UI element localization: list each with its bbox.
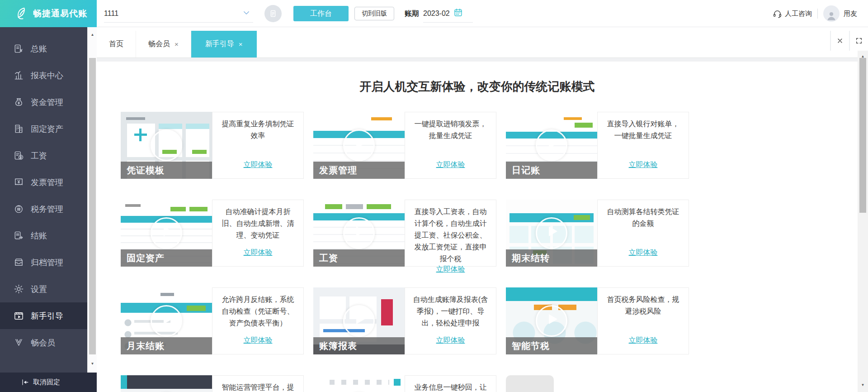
report-chart-icon	[14, 70, 24, 81]
sidebar-item[interactable]: 报表中心	[0, 62, 87, 89]
video-thumbnail[interactable]: 固定资产	[121, 200, 212, 267]
video-thumbnail[interactable]: 凭证模板	[121, 112, 212, 179]
experience-now-link[interactable]: 立即体验	[436, 265, 465, 274]
play-icon[interactable]	[536, 217, 567, 249]
video-thumbnail[interactable]: 月末结账	[121, 287, 212, 354]
play-icon[interactable]	[343, 217, 375, 249]
experience-now-link[interactable]: 立即体验	[244, 248, 273, 258]
user-name: 用友	[844, 10, 857, 18]
clipboard-badge-icon[interactable]	[264, 5, 282, 22]
play-icon[interactable]	[343, 129, 375, 161]
close-all-tabs-button[interactable]	[830, 31, 849, 51]
guide-card[interactable]	[506, 375, 689, 392]
tab-actions	[830, 31, 868, 51]
play-icon[interactable]	[536, 129, 567, 161]
card-description: 允许跨月反结账，系统自动检查（凭证断号、资产负债表平衡）	[219, 294, 297, 329]
invoice-icon	[14, 177, 24, 187]
play-icon[interactable]	[151, 129, 182, 161]
video-title: 账簿报表	[313, 337, 405, 354]
sidebar-item[interactable]: 税务管理	[0, 196, 87, 222]
video-thumbnail[interactable]: 日记账	[506, 112, 597, 179]
guide-card[interactable]: 工资 直接导入工资表，自动计算个税，自动生成计提工资、社保公积金、发放工资凭证，…	[313, 200, 496, 267]
video-thumbnail[interactable]: 期末结转	[506, 200, 597, 267]
video-thumbnail[interactable]	[313, 375, 405, 392]
video-title: 日记账	[506, 162, 597, 179]
video-thumbnail[interactable]: 发票管理	[313, 112, 405, 179]
sidebar-item[interactable]: 总账	[0, 35, 87, 62]
video-thumbnail[interactable]: 工资	[313, 200, 405, 267]
leaf-logo-icon	[14, 6, 29, 21]
ledger-icon	[14, 43, 24, 54]
guide-card[interactable]: 固定资产 自动准确计提本月折旧、自动生成新增、清理、变动凭证 立即体验	[121, 200, 304, 267]
guide-card[interactable]: 凭证模板 提高重复业务填制凭证效率 立即体验	[121, 112, 304, 179]
unpin-sidebar-button[interactable]: 取消固定	[0, 373, 97, 392]
card-description-panel: 一键提取进销项发票，批量生成凭证 立即体验	[405, 112, 496, 179]
video-thumbnail[interactable]	[506, 375, 554, 392]
guide-card[interactable]: 日记账 直接导入银行对账单，一键批量生成凭证 立即体验	[506, 112, 689, 179]
brand-name: 畅捷通易代账	[33, 8, 87, 19]
gear-icon	[14, 284, 24, 294]
experience-now-link[interactable]: 立即体验	[629, 336, 658, 345]
fullscreen-button[interactable]	[849, 31, 868, 51]
guide-card[interactable]: 月末结账 允许跨月反结账，系统自动检查（凭证断号、资产负债表平衡） 立即体验	[121, 287, 304, 354]
sidebar-item[interactable]: 发票管理	[0, 169, 87, 196]
tab[interactable]: 首页	[97, 31, 136, 57]
avatar	[823, 5, 840, 22]
card-description: 提高重复业务填制凭证效率	[219, 118, 297, 142]
play-icon[interactable]	[343, 305, 375, 337]
tab[interactable]: 畅会员 ×	[136, 31, 191, 57]
guide-card[interactable]: 发票管理 一键提取进销项发票，批量生成凭证 立即体验	[313, 112, 496, 179]
video-thumbnail[interactable]: 智能节税	[506, 287, 597, 354]
sidebar-item[interactable]: 归档管理	[0, 249, 87, 276]
sidebar-item[interactable]: 资金管理	[0, 89, 87, 115]
user-menu[interactable]: 用友	[823, 5, 857, 22]
experience-now-link[interactable]: 立即体验	[436, 160, 465, 170]
tab[interactable]: 新手引导 ×	[191, 31, 257, 57]
tab-close-icon[interactable]: ×	[239, 40, 243, 48]
sidebar-item[interactable]: 结账	[0, 222, 87, 249]
period-picker[interactable]: 2023-02	[423, 5, 473, 23]
sidebar-item[interactable]: 设置	[0, 276, 87, 302]
card-description: 首页税务风险检查，规避涉税风险	[604, 294, 682, 317]
play-icon[interactable]	[536, 305, 567, 337]
sidebar-scroll-thumb[interactable]	[89, 58, 96, 354]
sidebar-item[interactable]: 工资	[0, 142, 87, 169]
guide-card[interactable]: 智能节税 首页税务风险检查，规避涉税风险 立即体验	[506, 287, 689, 354]
sidebar-item[interactable]: 畅会员	[0, 329, 87, 356]
tab-close-icon[interactable]: ×	[175, 40, 179, 48]
scroll-down-icon[interactable]: ▼	[88, 360, 97, 368]
video-title: 智能节税	[506, 337, 597, 354]
experience-now-link[interactable]: 立即体验	[244, 160, 273, 170]
sidebar-item[interactable]: 新手引导	[0, 302, 87, 329]
card-description-panel: 允许跨月反结账，系统自动检查（凭证断号、资产负债表平衡） 立即体验	[212, 287, 304, 354]
card-description-panel: 直接导入工资表，自动计算个税，自动生成计提工资、社保公积金、发放工资凭证，直接申…	[405, 200, 496, 267]
chevron-down-icon	[242, 9, 250, 19]
play-icon[interactable]	[151, 305, 182, 337]
scroll-down-icon[interactable]: ▼	[858, 381, 868, 389]
workbench-button[interactable]: 工作台	[293, 6, 349, 21]
sidebar-item[interactable]: 固定资产	[0, 115, 87, 142]
experience-now-link[interactable]: 立即体验	[436, 336, 465, 345]
page-scrollbar[interactable]: ▲ ▼	[858, 51, 868, 392]
play-icon[interactable]	[151, 217, 182, 249]
card-description: 直接导入工资表，自动计算个税，自动生成计提工资、社保公积金、发放工资凭证，直接申…	[412, 206, 489, 265]
guide-card[interactable]: 账簿报表 自动生成账簿及报表(含季报)，一键打印、导出，轻松处理申报 立即体验	[313, 287, 496, 354]
video-thumbnail[interactable]: 账簿报表	[313, 287, 405, 354]
close-icon	[836, 37, 844, 44]
experience-now-link[interactable]: 立即体验	[244, 336, 273, 345]
card-description-panel: 首页税务风险检查，规避涉税风险 立即体验	[597, 287, 689, 354]
guide-card[interactable]: 业务信息一键秒回，让客	[313, 375, 496, 392]
guide-card[interactable]: 智能运营管理平台，提升	[121, 375, 304, 392]
video-thumbnail[interactable]	[121, 375, 212, 392]
switch-old-version-button[interactable]: 切到旧版	[354, 7, 394, 20]
experience-now-link[interactable]: 立即体验	[629, 160, 658, 170]
guide-card[interactable]: 期末结转 自动测算各结转类凭证的金额 立即体验	[506, 200, 689, 267]
experience-now-link[interactable]: 立即体验	[629, 248, 658, 258]
sidebar-scrollbar[interactable]: ▲ ▼	[87, 27, 97, 373]
support-button[interactable]: 人工咨询	[773, 9, 812, 19]
page-scroll-thumb[interactable]	[859, 58, 866, 213]
account-select[interactable]: 1111	[104, 5, 253, 23]
scroll-up-icon[interactable]: ▲	[88, 31, 97, 39]
video-title: 发票管理	[313, 162, 405, 179]
card-description: 一键提取进销项发票，批量生成凭证	[412, 118, 489, 142]
